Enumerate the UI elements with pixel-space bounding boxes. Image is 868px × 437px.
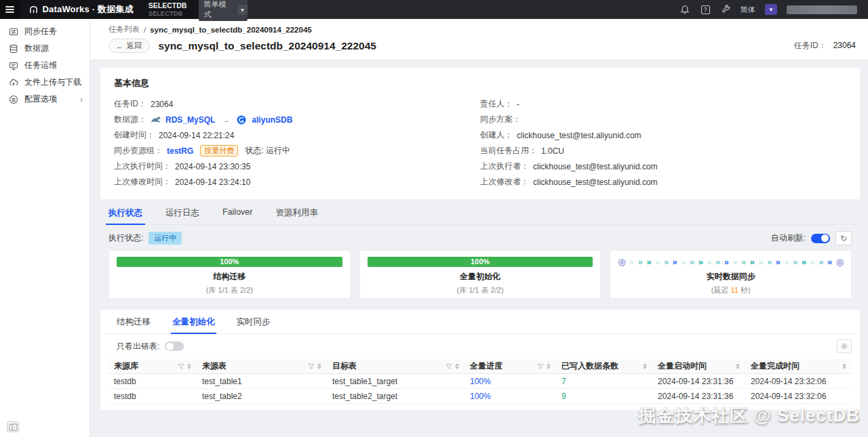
sync-arrows-track: »»»»»»»»»»»»»»»»»»»»»»»» (626, 257, 836, 266)
sidebar-item-label: 文件上传与下载 (24, 77, 81, 88)
workspace-name: SELECTDB (149, 2, 187, 10)
sync-chevron-icon: » (664, 257, 669, 266)
top-bar: DataWorks · 数据集成 SELECTDB SELECTDB 简单模式 … (0, 0, 868, 19)
back-button[interactable]: ← 返回 (108, 39, 150, 53)
tab-failover[interactable]: Failover (222, 207, 252, 224)
column-header-start-time[interactable]: 全量启动时间 (652, 360, 745, 372)
top-bar-left: DataWorks · 数据集成 SELECTDB SELECTDB 简单模式 … (0, 0, 248, 19)
sync-chevron-icon: » (767, 257, 772, 266)
detail-tab-full-initialization[interactable]: 全量初始化 (172, 316, 215, 333)
detail-tabs: 结构迁移 全量初始化 实时同步 (100, 310, 860, 334)
sidebar-item-label: 任务运维 (24, 60, 57, 71)
auto-refresh-toggle[interactable] (811, 234, 830, 243)
sidebar-item-label: 同步任务 (24, 26, 57, 37)
column-settings-button[interactable] (837, 339, 852, 353)
sync-chevron-icon: » (647, 257, 652, 266)
card-full-initialization: 100% 全量初始化 (库 1/1 表 2/2) (359, 250, 601, 299)
filter-icon[interactable] (308, 363, 315, 370)
database-icon (9, 44, 18, 54)
sort-icon[interactable] (842, 363, 846, 369)
sort-icon[interactable] (317, 363, 321, 369)
field-resource-group: 同步资源组： testRG 按量付费 状态: 运行中 (114, 143, 480, 159)
sidebar-collapse-button[interactable] (7, 421, 19, 432)
column-header-target-table[interactable]: 目标表 (327, 360, 465, 372)
breadcrumb: 任务列表 / sync_mysql_to_selectdb_20240914_2… (108, 24, 859, 35)
page-title: sync_mysql_to_selectdb_20240914_222045 (159, 40, 376, 52)
chevron-down-icon: ▾ (237, 5, 248, 15)
left-sidebar: 同步任务 数据源 任务运维 文件上传与下载 配置选项 › (0, 19, 90, 437)
field-current-usage: 当前任务占用： 1.0CU (480, 143, 846, 159)
breadcrumb-root[interactable]: 任务列表 (108, 24, 140, 35)
sidebar-item-datasources[interactable]: 数据源 (0, 40, 90, 57)
sort-icon[interactable] (547, 363, 551, 369)
running-status-badge: 运行中 (149, 232, 182, 245)
sort-icon[interactable] (736, 363, 740, 369)
resource-group-status: 状态: 运行中 (245, 145, 290, 157)
language-selector[interactable]: 简体 (741, 5, 755, 15)
sidebar-item-label: 数据源 (24, 43, 49, 54)
tools-wrench-icon[interactable] (720, 4, 731, 15)
column-header-source-db[interactable]: 来源库 (108, 360, 197, 372)
hamburger-menu-icon[interactable] (0, 0, 20, 19)
table-header-row: 来源库 来源表 目标表 全量进度 已写入数据条数 (108, 359, 852, 374)
progress-bar: 100% (117, 257, 342, 267)
detail-tab-realtime-sync[interactable]: 实时同步 (237, 316, 271, 333)
table-row: testdb test_table1 test_table1_target 10… (108, 374, 852, 389)
error-only-toggle[interactable] (165, 341, 184, 351)
column-header-end-time[interactable]: 全量完成时间 (745, 360, 852, 372)
sync-chevron-icon: » (724, 257, 729, 266)
sort-icon[interactable] (455, 363, 459, 369)
field-last-executor: 上次执行者： clickhouse_test@test.aliyunid.com (480, 159, 846, 174)
field-datasource: 数据源： RDS_MySQL → aliyunSDB (114, 112, 480, 127)
refresh-button[interactable]: ↻ (835, 231, 852, 245)
tab-resource-utilization[interactable]: 资源利用率 (275, 207, 318, 224)
field-creator: 创建人： clickhouse_test@test.aliyunid.com (480, 127, 846, 143)
sidebar-item-file-transfer[interactable]: 文件上传与下载 (0, 74, 90, 91)
notification-bell-icon[interactable] (679, 4, 690, 15)
progress-link[interactable]: 100% (470, 377, 491, 386)
sync-chevron-icon: » (776, 257, 781, 266)
refresh-icon: ↻ (840, 234, 847, 243)
realtime-delay: (延迟 11 秒) (618, 285, 844, 295)
sidebar-item-task-ops[interactable]: 任务运维 (0, 57, 90, 74)
sync-chevron-icon: » (638, 257, 643, 266)
target-datasource-link[interactable]: aliyunSDB (252, 115, 292, 125)
sidebar-item-sync-tasks[interactable]: 同步任务 (0, 23, 90, 40)
filter-icon[interactable] (178, 363, 184, 370)
sync-chevron-icon: » (673, 257, 677, 266)
account-avatar[interactable]: ▾ (765, 4, 777, 15)
sync-chevron-icon: » (802, 257, 806, 266)
field-sync-plan: 同步方案： (480, 112, 846, 127)
sidebar-item-config-options[interactable]: 配置选项 › (0, 91, 90, 108)
column-header-written-rows[interactable]: 已写入数据条数 (556, 360, 652, 372)
sync-chevron-icon: » (741, 257, 746, 266)
workspace-selector[interactable]: SELECTDB SELECTDB (149, 2, 187, 17)
sort-icon[interactable] (643, 363, 647, 369)
filter-icon[interactable] (446, 363, 452, 370)
source-datasource-link[interactable]: RDS_MySQL (165, 115, 215, 125)
top-bar-right: ? 简体 ▾ (679, 4, 868, 15)
sort-icon[interactable] (187, 363, 191, 369)
mode-label: 简单模式 (199, 0, 237, 21)
cloud-upload-icon (9, 78, 18, 87)
help-icon[interactable]: ? (700, 4, 711, 15)
monitor-icon (9, 61, 18, 70)
sync-chevron-icon: » (818, 257, 823, 266)
sync-chevron-icon: » (707, 257, 711, 266)
column-header-source-table[interactable]: 来源表 (197, 360, 327, 372)
main-tabs: 执行状态 运行日志 Failover 资源利用率 (108, 207, 860, 225)
tab-run-logs[interactable]: 运行日志 (165, 207, 199, 224)
detail-tab-structure-migration[interactable]: 结构迁移 (117, 316, 151, 333)
chevron-right-icon: › (80, 95, 83, 104)
mode-selector[interactable]: 简单模式 ▾ (199, 0, 248, 21)
tab-execution-status[interactable]: 执行状态 (108, 207, 142, 224)
column-header-progress[interactable]: 全量进度 (465, 360, 556, 372)
task-id-header: 任务ID：23064 (794, 40, 859, 51)
product-title: DataWorks · 数据集成 (42, 3, 133, 16)
watermark: 掘金技术社区 @ SelectDB (638, 404, 860, 428)
basic-info-title: 基本信息 (114, 77, 846, 89)
resource-group-link[interactable]: testRG (167, 146, 193, 156)
progress-link[interactable]: 100% (470, 392, 491, 401)
filter-icon[interactable] (537, 363, 544, 370)
field-last-modified-time: 上次修改时间： 2024-09-14 23:24:10 (114, 174, 480, 190)
